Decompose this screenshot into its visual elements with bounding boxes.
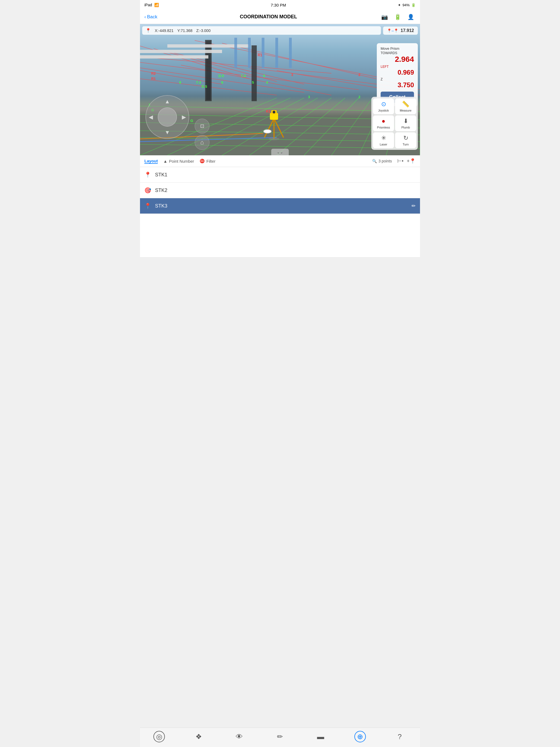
plumb-tool-button[interactable]: ⬇ Plumb xyxy=(395,115,416,131)
measure-tool-label: Measure xyxy=(400,109,411,112)
scene-label-3-green: 3 xyxy=(308,95,310,99)
svg-line-3 xyxy=(140,57,331,73)
svg-line-26 xyxy=(331,98,373,155)
turn-tool-label: Turn xyxy=(403,143,408,146)
search-area[interactable]: 🔍 3 points xyxy=(372,159,392,163)
home-icon: ⌂ xyxy=(200,139,204,146)
svg-line-9 xyxy=(140,79,277,95)
tab-point-number[interactable]: ▲ Point Number xyxy=(163,159,194,163)
filter-icon: ⛔ xyxy=(200,159,205,163)
stk2-name: STK2 xyxy=(155,187,416,193)
stk3-icon: 📍 xyxy=(144,203,151,209)
scene-label-2-green: 2 xyxy=(358,95,360,99)
camera-icon-button[interactable]: 📷 xyxy=(380,12,389,22)
target-marker xyxy=(263,129,272,133)
z-coordinate: Z:-3.000 xyxy=(196,28,210,33)
joystick-control[interactable]: ▲ ▼ ◀ ▶ xyxy=(146,95,189,139)
svg-line-12 xyxy=(140,71,222,84)
tab-layout[interactable]: Layout xyxy=(144,159,158,164)
filter-label: Filter xyxy=(206,159,215,163)
status-time: 7:30 PM xyxy=(271,3,286,7)
tab-filter[interactable]: ⛔ Filter xyxy=(200,159,215,163)
tool-panel: ⊙ Joystick 📏 Measure ● Prismless ⬇ Plumb… xyxy=(371,97,418,150)
scene-label-745b: 7.4 xyxy=(196,80,201,84)
svg-line-1 xyxy=(154,49,277,81)
add-point-icon[interactable]: +📍 xyxy=(407,158,416,164)
svg-rect-31 xyxy=(252,46,256,101)
joystick-down-icon: ▼ xyxy=(164,129,170,136)
distance-icons: 📍–📍 xyxy=(387,28,399,33)
svg-line-0 xyxy=(140,46,249,79)
svg-point-48 xyxy=(269,137,279,140)
distance-value: 17.912 xyxy=(401,28,414,33)
search-count: 3 points xyxy=(378,159,392,163)
empty-list-space xyxy=(140,214,420,258)
laser-tool-button[interactable]: ✳ Laser xyxy=(373,132,394,148)
location-pin-icon: 📍 xyxy=(146,28,151,33)
scene-label-2-1: 2 xyxy=(358,73,360,77)
list-item-stk1[interactable]: 📍 STK1 xyxy=(140,167,420,183)
triangle-icon: ▲ xyxy=(163,159,167,163)
back-button[interactable]: ‹ Back xyxy=(144,14,157,20)
back-label: Back xyxy=(147,14,157,20)
stk2-icon: 🎯 xyxy=(144,187,151,194)
stk3-edit-icon[interactable]: ✏ xyxy=(411,203,416,209)
measure-tool-icon: 📏 xyxy=(402,101,409,108)
search-icon: 🔍 xyxy=(372,159,377,163)
page-title: COORDINATION MODEL xyxy=(240,14,297,20)
list-item-stk3[interactable]: 📍 STK3 ✏ xyxy=(140,198,420,214)
bluetooth-icon: ✦ xyxy=(398,3,401,7)
prism-towards-value: 2.964 xyxy=(381,55,414,64)
battery-icon: 🔋 xyxy=(411,3,416,7)
y-coordinate: Y:71.368 xyxy=(177,28,193,33)
scene-label-r2: R2 xyxy=(151,71,156,75)
back-chevron-icon: ‹ xyxy=(144,14,146,20)
measure-tool-button[interactable]: 📏 Measure xyxy=(395,98,416,114)
screenshot-icon: ⊡ xyxy=(200,123,204,129)
joystick-up-icon: ▲ xyxy=(164,98,170,105)
sort-icon[interactable]: ⊢• xyxy=(397,158,403,164)
turn-tool-icon: ↻ xyxy=(403,134,408,141)
stk1-name: STK1 xyxy=(155,172,416,178)
battery-status-icon-button[interactable]: 🔋 xyxy=(393,12,403,22)
joystick-inner-circle[interactable] xyxy=(158,107,177,127)
prismless-tool-button[interactable]: ● Prismless xyxy=(373,115,394,131)
bottom-spacer xyxy=(140,258,420,279)
svg-line-42 xyxy=(264,119,274,137)
scene-label-3: 3 xyxy=(291,73,293,77)
laser-tool-label: Laser xyxy=(380,143,387,146)
screenshot-button[interactable]: ⊡ xyxy=(195,119,209,133)
scene-label-4: 4 xyxy=(266,80,268,84)
carrier-label: iPad xyxy=(144,3,152,7)
list-section: Layout ▲ Point Number ⛔ Filter 🔍 3 point… xyxy=(140,155,420,258)
coordinates-box: 📍 X:-449.821 Y:71.368 Z:-3.000 xyxy=(142,26,381,35)
scene-label-5b: 5 xyxy=(252,80,254,84)
home-button[interactable]: ⌂ xyxy=(195,135,209,150)
svg-line-6 xyxy=(140,62,359,90)
collapse-handle[interactable]: ⌄⌄ xyxy=(271,149,289,155)
prism-left-value: 0.969 xyxy=(381,69,414,76)
stk3-name: STK3 xyxy=(155,203,411,209)
status-bar: iPad 📶 7:30 PM ✦ 94% 🔋 xyxy=(140,0,420,10)
scene-label-6: 6 xyxy=(221,80,223,84)
nav-bar: ‹ Back COORDINATION MODEL 📷 🔋 👤 xyxy=(140,10,420,24)
joystick-right-icon: ▶ xyxy=(182,114,186,120)
laser-tool-icon: ✳ xyxy=(381,134,386,141)
tab-right-icons: ⊢• +📍 xyxy=(397,158,416,164)
turn-tool-button[interactable]: ↻ Turn xyxy=(395,132,416,148)
collapse-icon: ⌄⌄ xyxy=(277,150,283,154)
battery-label: 94% xyxy=(403,3,410,7)
coord-bar: 📍 X:-449.821 Y:71.368 Z:-3.000 📍–📍 17.91… xyxy=(142,26,418,35)
3d-view-area[interactable]: 📍 X:-449.821 Y:71.368 Z:-3.000 📍–📍 17.91… xyxy=(140,24,420,155)
joystick-outer-ring[interactable]: ▲ ▼ ◀ ▶ xyxy=(146,95,189,139)
user-icon-button[interactable]: 👤 xyxy=(406,12,416,22)
scene-label-d5-2: D.5 xyxy=(202,84,207,88)
scene-label-r1-2: R1 xyxy=(151,77,156,81)
nav-icons: 📷 🔋 👤 xyxy=(380,12,416,22)
scene-label-745: 7.4 xyxy=(241,74,246,78)
joystick-tool-button[interactable]: ⊙ Joystick xyxy=(373,98,394,114)
list-item-stk2[interactable]: 🎯 STK2 xyxy=(140,183,420,198)
tab-bar: Layout ▲ Point Number ⛔ Filter 🔍 3 point… xyxy=(140,155,420,167)
scene-label-8: 8 xyxy=(179,80,181,84)
prism-towards-label: TOWARDS xyxy=(381,51,414,55)
